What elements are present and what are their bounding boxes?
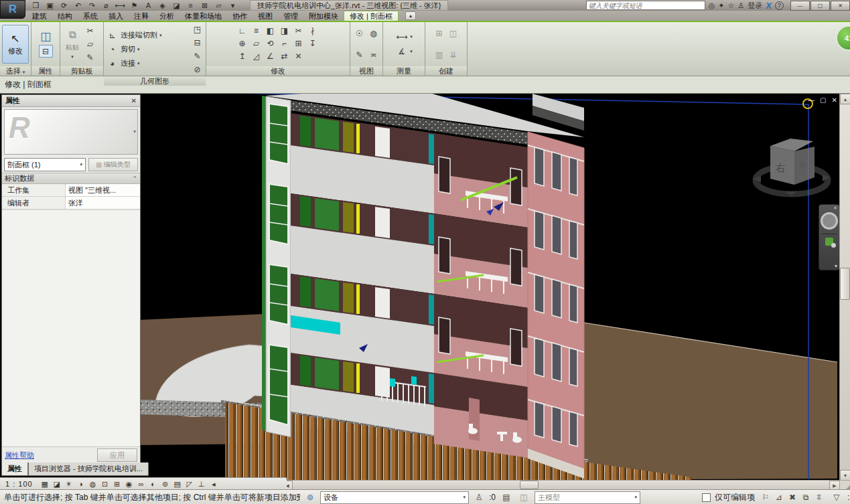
array-icon[interactable]: ⊞	[292, 38, 305, 50]
copy-icon[interactable]: ▱	[84, 39, 96, 50]
delete-icon[interactable]: ✕	[292, 51, 305, 62]
apply-button[interactable]: 应用	[97, 448, 137, 462]
default-3d-view-icon[interactable]: ◈	[156, 1, 169, 10]
navbar-close-icon[interactable]: ✕	[833, 205, 837, 211]
tag-icon[interactable]: ⚑	[128, 1, 141, 10]
panel-label-geometry[interactable]: 几何图形	[104, 76, 206, 86]
edit-type-button[interactable]: ⊞ 编辑类型	[88, 158, 138, 171]
communication-center-icon[interactable]: ✦	[718, 1, 724, 10]
worksets-icon[interactable]: ⊚	[304, 492, 316, 503]
cut-geometry-button[interactable]: ⊾ 连接端切割▾	[106, 29, 190, 41]
paint-icon[interactable]: ⊘	[191, 64, 204, 75]
panel-label-select[interactable]: 选择 ▾	[0, 66, 31, 76]
close-button[interactable]: ✕	[831, 1, 850, 11]
mirror-pick-axis-icon[interactable]: ◧	[264, 25, 277, 37]
aligned-dimension-icon[interactable]: ⟷	[114, 1, 127, 10]
dimension-button[interactable]: ∡▾	[395, 46, 413, 58]
view-minimize-icon[interactable]: ―	[808, 96, 814, 104]
render-icon[interactable]: ◍	[87, 479, 99, 489]
show-crop-region-icon[interactable]: ⊞	[111, 479, 123, 489]
copy-icon[interactable]: ▱	[250, 38, 263, 50]
create-similar-icon[interactable]: ◫	[447, 28, 459, 39]
design-option-select[interactable]: 主模型 ▾	[535, 491, 640, 504]
measure-button[interactable]: ⟷▾	[395, 31, 413, 43]
wall-joins-icon[interactable]: ⊟	[191, 37, 204, 48]
cut-icon[interactable]: ✂	[84, 25, 96, 37]
scale-icon[interactable]: ◿	[250, 51, 263, 62]
panel-label-properties[interactable]: 属性	[31, 66, 60, 76]
undo-icon[interactable]: ↶	[72, 1, 84, 10]
crop-view-icon[interactable]: ⊡	[99, 479, 111, 489]
sync-with-central-icon[interactable]: ⟳	[58, 1, 70, 10]
rotate-icon[interactable]: ⟲	[264, 38, 277, 50]
section-icon[interactable]: ◪	[170, 1, 183, 10]
family-types-icon[interactable]: ⊟	[39, 45, 53, 58]
ribbon-tab[interactable]: 建筑	[27, 11, 52, 21]
select-by-face-icon[interactable]: ⧉	[799, 492, 812, 503]
match-type-icon[interactable]: ✎	[84, 52, 96, 64]
ribbon-tab[interactable]: 注释	[129, 11, 154, 21]
trim-corner-icon[interactable]: ∠	[264, 51, 277, 62]
split-element-icon[interactable]: ✂	[292, 25, 305, 37]
redo-icon[interactable]: ↷	[86, 1, 98, 10]
temporary-view-properties-icon[interactable]: ▤	[171, 479, 184, 489]
scroll-down-icon[interactable]: ▼	[840, 470, 850, 481]
type-selector[interactable]: 剖面框 (1) ▾	[4, 158, 86, 171]
sign-in-label[interactable]: 登录	[748, 1, 762, 11]
ribbon-tab[interactable]: 体量和场地	[180, 11, 227, 21]
editing-requests-icon[interactable]: ♙	[473, 492, 485, 503]
ribbon-tab-contextual[interactable]: 修改 | 剖面框	[344, 11, 399, 21]
navbar-menu-icon[interactable]: ▾	[835, 263, 837, 269]
select-links-icon[interactable]: ⚐	[759, 492, 772, 503]
search-icon[interactable]: ◎	[709, 1, 715, 10]
application-menu-button[interactable]: R	[0, 0, 25, 19]
trim-extend-icon[interactable]: ⌐	[278, 38, 291, 50]
close-icon[interactable]: ✕	[131, 97, 137, 104]
view-close-icon[interactable]: ✕	[831, 96, 837, 104]
ribbon-tab[interactable]: 附加模块	[303, 11, 344, 21]
worksharing-display-icon[interactable]: ⊚	[159, 479, 171, 489]
sign-in-icon[interactable]: ♙	[737, 1, 744, 10]
paste-icon[interactable]: ⧉	[66, 29, 79, 41]
properties-palette-header[interactable]: 属性 ✕	[2, 95, 140, 107]
horizontal-scroll-thumb[interactable]	[520, 481, 539, 489]
tab-project-browser[interactable]: 项目浏览器 - 技师学院机电培训...	[28, 463, 149, 476]
search-input[interactable]	[586, 1, 705, 10]
paste-label[interactable]: 粘贴	[66, 43, 79, 52]
scale-button[interactable]: 1 : 100	[5, 480, 33, 488]
ribbon-tab[interactable]: 协作	[227, 11, 253, 21]
ribbon-tab[interactable]: 分析	[154, 11, 180, 21]
steering-wheel-icon[interactable]	[821, 212, 838, 230]
panel-label-view[interactable]: 视图	[350, 66, 382, 76]
visual-style-icon[interactable]: ◪	[51, 479, 63, 489]
create-assembly-icon[interactable]: ▥	[433, 50, 445, 61]
ribbon-tab[interactable]: 管理	[278, 11, 303, 21]
reveal-constraints-icon[interactable]: ⊥	[196, 479, 208, 489]
select-pinned-icon[interactable]: ✖	[786, 492, 799, 503]
beam-joins-icon[interactable]: ✎	[191, 50, 204, 62]
switch-windows-icon[interactable]: ▱	[212, 1, 225, 10]
displaced-elements-icon[interactable]: ◸	[184, 479, 196, 489]
panel-label-modify[interactable]: 修改	[206, 66, 350, 76]
collapse-icon[interactable]: ◂	[208, 479, 220, 489]
hide-elements-icon[interactable]: ☉	[353, 28, 366, 39]
collapse-icon[interactable]: ⌃	[132, 175, 137, 182]
mirror-draw-axis-icon[interactable]: ◨	[278, 25, 291, 37]
lock-3d-view-icon[interactable]: ◉	[123, 479, 135, 489]
select-underlay-icon[interactable]: ⊿	[772, 492, 786, 503]
drag-on-selection-icon[interactable]: ⇳	[812, 492, 826, 503]
cut-profile-icon[interactable]: ≍	[367, 50, 380, 61]
save-icon[interactable]: ▣	[44, 1, 56, 10]
param-value[interactable]: 视图 "三维视...	[66, 184, 140, 196]
cut-button[interactable]: ◔ 剪切▾	[106, 44, 190, 56]
shadows-icon[interactable]: ◑	[75, 479, 87, 489]
filter-icon[interactable]: ▽	[830, 492, 843, 503]
exchange-apps-icon[interactable]: X	[766, 1, 772, 11]
customize-qat-icon[interactable]: ▾	[226, 1, 239, 10]
create-parts-icon[interactable]: ⇊	[447, 50, 459, 61]
favorites-icon[interactable]: ☆	[728, 1, 735, 10]
properties-help-link[interactable]: 属性帮助	[5, 450, 34, 460]
type-preview[interactable]: R ▾	[4, 109, 138, 155]
tab-properties[interactable]: 属性	[1, 463, 28, 476]
align-icon[interactable]: ∟	[236, 25, 249, 37]
